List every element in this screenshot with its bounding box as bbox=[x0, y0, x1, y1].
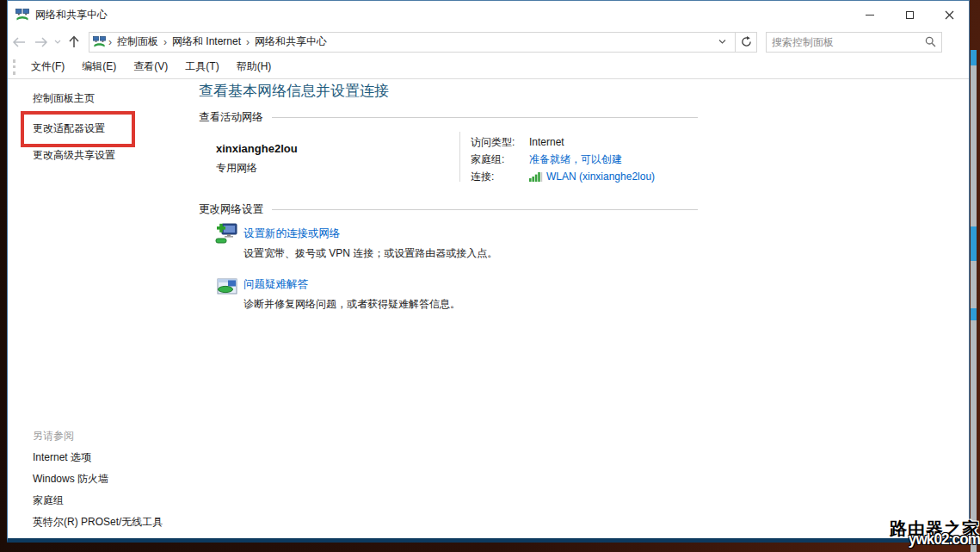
section-change-settings: 更改网络设置 bbox=[199, 202, 698, 217]
address-dropdown-button[interactable] bbox=[713, 40, 731, 44]
connection-row: 连接: WLAN (xinxianghe2lou) bbox=[471, 168, 655, 185]
section-change-settings-title: 更改网络设置 bbox=[199, 202, 263, 217]
back-button[interactable] bbox=[8, 31, 30, 53]
close-icon bbox=[945, 10, 954, 20]
homegroup-label: 家庭组: bbox=[471, 152, 529, 167]
see-also-homegroup[interactable]: 家庭组 bbox=[33, 493, 64, 508]
access-type-value: Internet bbox=[529, 136, 564, 148]
section-divider-line bbox=[272, 117, 698, 118]
section-divider-line bbox=[272, 209, 698, 210]
network-panel-divider bbox=[459, 132, 460, 182]
sidebar-item-control-panel-home[interactable]: 控制面板主页 bbox=[33, 92, 95, 105]
titlebar: 网络和共享中心 bbox=[8, 1, 969, 28]
breadcrumb-network-internet[interactable]: 网络和 Internet bbox=[169, 34, 243, 49]
window-controls bbox=[850, 1, 969, 28]
forward-arrow-icon bbox=[34, 37, 48, 47]
desktop-background-strip bbox=[971, 50, 977, 552]
maximize-button[interactable] bbox=[890, 1, 929, 28]
troubleshoot-icon bbox=[214, 274, 240, 300]
minimize-icon bbox=[866, 15, 874, 16]
section-active-networks: 查看活动网络 bbox=[199, 110, 698, 125]
address-location-icon bbox=[93, 35, 106, 48]
active-network-panel: xinxianghe2lou 专用网络 访问类型: Internet 家庭组: … bbox=[199, 130, 698, 185]
recent-pages-dropdown[interactable] bbox=[52, 31, 63, 53]
close-button[interactable] bbox=[929, 1, 969, 28]
connection-label: 连接: bbox=[471, 170, 529, 184]
search-input[interactable] bbox=[772, 36, 925, 48]
network-sharing-icon bbox=[15, 8, 29, 22]
window-title: 网络和共享中心 bbox=[35, 8, 108, 22]
maximize-icon bbox=[906, 11, 914, 19]
page-title: 查看基本网络信息并设置连接 bbox=[199, 81, 389, 101]
wlan-connection-link[interactable]: WLAN (xinxianghe2lou) bbox=[546, 171, 655, 183]
chevron-down-icon bbox=[718, 40, 726, 44]
back-arrow-icon bbox=[12, 37, 26, 47]
desktop-strip-segment bbox=[971, 226, 977, 261]
breadcrumb-network-sharing-center[interactable]: 网络和共享中心 bbox=[252, 34, 330, 49]
see-also-header: 另请参阅 bbox=[33, 429, 74, 443]
menu-file[interactable]: 文件(F) bbox=[22, 55, 73, 78]
breadcrumb-control-panel[interactable]: 控制面板 bbox=[114, 34, 161, 49]
search-box bbox=[766, 32, 942, 53]
menu-view[interactable]: 查看(V) bbox=[125, 55, 176, 78]
setup-new-connection-link[interactable]: 设置新的连接或网络 bbox=[243, 226, 341, 241]
troubleshoot-link[interactable]: 问题疑难解答 bbox=[243, 277, 308, 292]
menu-edit[interactable]: 编辑(E) bbox=[73, 55, 125, 78]
sidebar-item-change-advanced-sharing[interactable]: 更改高级共享设置 bbox=[33, 149, 115, 162]
see-also-intel-proset[interactable]: 英特尔(R) PROSet/无线工具 bbox=[33, 515, 163, 530]
breadcrumb-separator: › bbox=[106, 36, 114, 48]
access-type-row: 访问类型: Internet bbox=[471, 133, 655, 151]
minimize-button[interactable] bbox=[850, 1, 890, 28]
new-connection-icon bbox=[214, 220, 240, 246]
network-details: 访问类型: Internet 家庭组: 准备就绪，可以创建 连接: bbox=[471, 133, 655, 185]
navigation-toolbar: › 控制面板 › 网络和 Internet › 网络和共享中心 bbox=[8, 28, 969, 55]
search-icon[interactable] bbox=[925, 36, 936, 47]
refresh-button[interactable] bbox=[736, 32, 757, 53]
setup-new-connection-desc: 设置宽带、拨号或 VPN 连接；或设置路由器或接入点。 bbox=[243, 246, 497, 261]
see-also-windows-firewall[interactable]: Windows 防火墙 bbox=[33, 472, 108, 487]
network-name: xinxianghe2lou bbox=[216, 142, 298, 155]
homegroup-link[interactable]: 准备就绪，可以创建 bbox=[529, 152, 622, 167]
forward-button[interactable] bbox=[30, 31, 52, 53]
sidebar-item-change-adapter-settings[interactable]: 更改适配器设置 bbox=[33, 122, 105, 135]
network-sharing-center-window: 网络和共享中心 bbox=[7, 0, 970, 543]
see-also-internet-options[interactable]: Internet 选项 bbox=[33, 450, 91, 465]
address-bar[interactable]: › 控制面板 › 网络和 Internet › 网络和共享中心 bbox=[89, 32, 736, 53]
desktop-strip-segment bbox=[971, 50, 977, 65]
menu-help[interactable]: 帮助(H) bbox=[228, 55, 280, 78]
troubleshoot-desc: 诊断并修复网络问题，或者获得疑难解答信息。 bbox=[243, 297, 460, 312]
menubar-gripper[interactable] bbox=[13, 59, 15, 75]
menu-bar: 文件(F) 编辑(E) 查看(V) 工具(T) 帮助(H) bbox=[8, 55, 969, 79]
homegroup-row: 家庭组: 准备就绪，可以创建 bbox=[471, 151, 655, 168]
up-button[interactable] bbox=[63, 31, 85, 53]
section-active-networks-title: 查看活动网络 bbox=[199, 110, 263, 125]
up-arrow-icon bbox=[69, 35, 79, 48]
chevron-down-icon bbox=[54, 40, 61, 44]
breadcrumb-separator: › bbox=[243, 36, 252, 48]
desktop-strip-segment bbox=[971, 308, 977, 320]
refresh-icon bbox=[741, 36, 752, 47]
wifi-signal-icon bbox=[529, 171, 543, 182]
menu-tools[interactable]: 工具(T) bbox=[176, 55, 227, 78]
access-type-label: 访问类型: bbox=[471, 135, 529, 150]
network-type: 专用网络 bbox=[216, 161, 257, 176]
breadcrumb-separator: › bbox=[161, 36, 169, 48]
